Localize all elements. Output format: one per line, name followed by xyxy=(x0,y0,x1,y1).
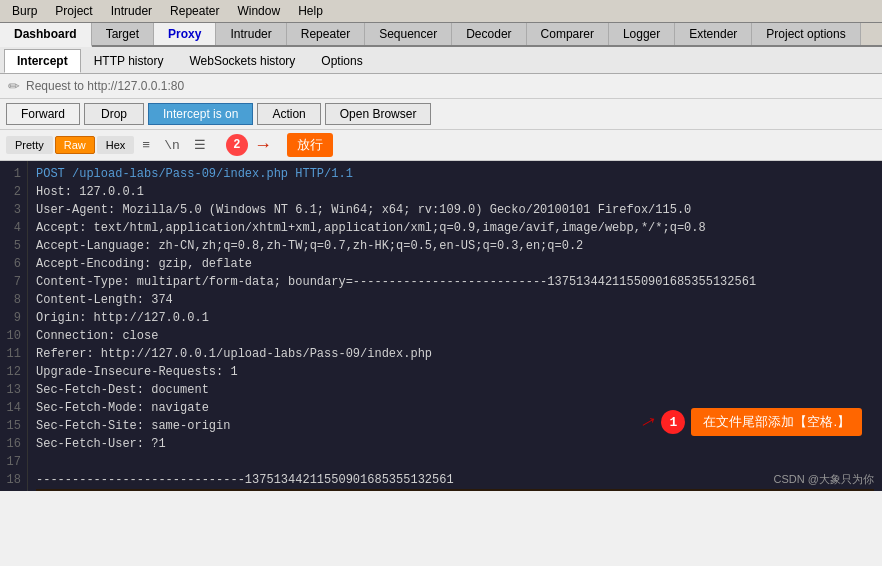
line-numbers: 1234567891011121314151617181920212223242… xyxy=(0,161,28,491)
tab-repeater[interactable]: Repeater xyxy=(287,23,365,45)
line-number: 17 xyxy=(6,453,21,471)
toolbar: Forward Drop Intercept is on Action Open… xyxy=(0,99,882,130)
code-line: Content-Length: 374 xyxy=(36,291,874,309)
menu-burp[interactable]: Burp xyxy=(4,2,45,20)
forward-button[interactable]: Forward xyxy=(6,103,80,125)
watermark: CSDN @大象只为你 xyxy=(774,472,874,487)
wrap-icon[interactable]: ≡ xyxy=(136,136,156,155)
tab-proxy[interactable]: Proxy xyxy=(154,23,216,45)
menu-project[interactable]: Project xyxy=(47,2,100,20)
annotation-2-label: 放行 xyxy=(287,133,333,157)
code-content[interactable]: POST /upload-labs/Pass-09/index.php HTTP… xyxy=(28,161,882,491)
code-line: POST /upload-labs/Pass-09/index.php HTTP… xyxy=(36,165,874,183)
line-number: 14 xyxy=(6,399,21,417)
line-number: 9 xyxy=(6,309,21,327)
drop-button[interactable]: Drop xyxy=(84,103,144,125)
tab-extender[interactable]: Extender xyxy=(675,23,752,45)
more-icon[interactable]: ☰ xyxy=(188,135,212,155)
line-number: 8 xyxy=(6,291,21,309)
tab-decoder[interactable]: Decoder xyxy=(452,23,526,45)
code-line: Accept-Encoding: gzip, deflate xyxy=(36,255,874,273)
annotation-2-circle: 2 xyxy=(226,134,248,156)
tab-intruder[interactable]: Intruder xyxy=(216,23,286,45)
action-button[interactable]: Action xyxy=(257,103,320,125)
edit-icon: ✏ xyxy=(8,78,20,94)
code-line: Sec-Fetch-User: ?1 xyxy=(36,435,874,453)
code-line: Content-Type: multipart/form-data; bound… xyxy=(36,273,874,291)
code-line: Sec-Fetch-Dest: document xyxy=(36,381,874,399)
tab-http-history[interactable]: HTTP history xyxy=(81,49,177,73)
format-raw[interactable]: Raw xyxy=(55,136,95,154)
code-line: Connection: close xyxy=(36,327,874,345)
line-number: 11 xyxy=(6,345,21,363)
menu-bar: Burp Project Intruder Repeater Window He… xyxy=(0,0,882,23)
line-number: 1 xyxy=(6,165,21,183)
code-line: Origin: http://127.0.0.1 xyxy=(36,309,874,327)
code-area[interactable]: 1234567891011121314151617181920212223242… xyxy=(0,161,882,491)
line-number: 16 xyxy=(6,435,21,453)
code-line: Referer: http://127.0.0.1/upload-labs/Pa… xyxy=(36,345,874,363)
code-line: Accept-Language: zh-CN,zh;q=0.8,zh-TW;q=… xyxy=(36,237,874,255)
menu-help[interactable]: Help xyxy=(290,2,331,20)
tab-options[interactable]: Options xyxy=(308,49,375,73)
tab-project-options[interactable]: Project options xyxy=(752,23,860,45)
tab-comparer[interactable]: Comparer xyxy=(527,23,609,45)
request-info-bar: ✏ Request to http://127.0.0.1:80 xyxy=(0,74,882,99)
line-number: 5 xyxy=(6,237,21,255)
request-url: Request to http://127.0.0.1:80 xyxy=(26,79,184,93)
code-line: User-Agent: Mozilla/5.0 (Windows NT 6.1;… xyxy=(36,201,874,219)
tab-intercept[interactable]: Intercept xyxy=(4,49,81,73)
line-number: 18 xyxy=(6,471,21,489)
line-number: 7 xyxy=(6,273,21,291)
line-number: 15 xyxy=(6,417,21,435)
code-line: Content-Disposition: form-data; name="up… xyxy=(36,489,874,491)
code-line: -----------------------------13751344211… xyxy=(36,471,874,489)
main-tab-bar: Dashboard Target Proxy Intruder Repeater… xyxy=(0,23,882,47)
tab-websockets-history[interactable]: WebSockets history xyxy=(176,49,308,73)
indent-icon[interactable]: \n xyxy=(158,136,186,155)
line-number: 4 xyxy=(6,219,21,237)
menu-window[interactable]: Window xyxy=(229,2,288,20)
format-bar: Pretty Raw Hex ≡ \n ☰ 2 → 放行 xyxy=(0,130,882,161)
tab-logger[interactable]: Logger xyxy=(609,23,675,45)
code-line: Host: 127.0.0.1 xyxy=(36,183,874,201)
code-line: Accept: text/html,application/xhtml+xml,… xyxy=(36,219,874,237)
open-browser-button[interactable]: Open Browser xyxy=(325,103,432,125)
tab-dashboard[interactable]: Dashboard xyxy=(0,23,92,47)
menu-repeater[interactable]: Repeater xyxy=(162,2,227,20)
line-number: 6 xyxy=(6,255,21,273)
line-number: 2 xyxy=(6,183,21,201)
sub-tab-bar: Intercept HTTP history WebSockets histor… xyxy=(0,47,882,74)
code-line: Upgrade-Insecure-Requests: 1 xyxy=(36,363,874,381)
code-line xyxy=(36,453,874,471)
arrow-right-icon: → xyxy=(258,135,269,155)
line-number: 3 xyxy=(6,201,21,219)
line-number: 13 xyxy=(6,381,21,399)
line-number: 19 xyxy=(6,489,21,491)
annotation-1-overlay: → 1 在文件尾部添加【空格.】 xyxy=(642,408,862,436)
tab-sequencer[interactable]: Sequencer xyxy=(365,23,452,45)
intercept-button[interactable]: Intercept is on xyxy=(148,103,253,125)
menu-intruder[interactable]: Intruder xyxy=(103,2,160,20)
format-hex[interactable]: Hex xyxy=(97,136,135,154)
annotation-1-circle: 1 xyxy=(661,410,685,434)
annotation-1-label: 在文件尾部添加【空格.】 xyxy=(691,408,862,436)
format-pretty[interactable]: Pretty xyxy=(6,136,53,154)
line-number: 10 xyxy=(6,327,21,345)
tab-target[interactable]: Target xyxy=(92,23,154,45)
line-number: 12 xyxy=(6,363,21,381)
